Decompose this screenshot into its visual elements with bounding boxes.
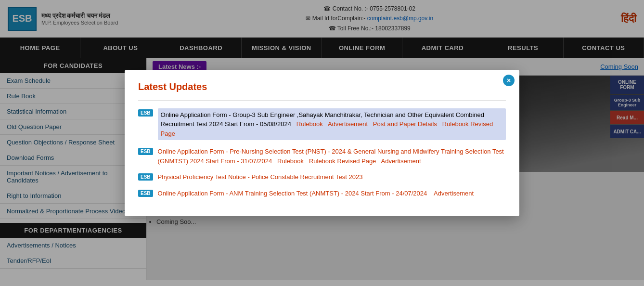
update-item-1: ESB Online Application Form - Group-3 Su… xyxy=(138,108,506,141)
esb-badge-4: ESB xyxy=(138,190,153,197)
esb-badge-3: ESB xyxy=(138,173,153,181)
advertisement-link-2[interactable]: Advertisement xyxy=(381,157,421,165)
latest-updates-modal: × Latest Updates ESB Online Application … xyxy=(125,70,519,217)
esb-badge-2: ESB xyxy=(138,148,153,155)
modal-title: Latest Updates xyxy=(138,81,506,92)
modal-close-button[interactable]: × xyxy=(503,75,515,86)
advertisement-link-4[interactable]: Advertisement xyxy=(434,190,474,197)
update-text-3: Physical Proficiency Test Notice - Polic… xyxy=(158,172,363,182)
update-text-2: Online Application Form - Pre-Nursing Se… xyxy=(158,147,506,166)
rulebook-link-1[interactable]: Rulebook xyxy=(296,120,323,128)
rulebook-revised-link-2[interactable]: Rulebook Revised Page xyxy=(309,157,376,165)
post-paper-link-1[interactable]: Post and Paper Details xyxy=(373,120,437,128)
update-item-4: ESB Online Application Form - ANM Traini… xyxy=(138,189,506,198)
update-item-3: ESB Physical Proficiency Test Notice - P… xyxy=(138,172,506,182)
rulebook-link-2[interactable]: Rulebook xyxy=(277,157,304,165)
advertisement-link-1[interactable]: Advertisement xyxy=(328,120,368,128)
esb-badge-1: ESB xyxy=(138,109,153,117)
modal-overlay[interactable]: × Latest Updates ESB Online Application … xyxy=(0,0,644,280)
update-text-1: Online Application Form - Group-3 Sub En… xyxy=(158,108,506,141)
update-item-2: ESB Online Application Form - Pre-Nursin… xyxy=(138,147,506,166)
rulebook-revised-link-1[interactable]: Rulebook Revised Page xyxy=(161,120,493,137)
update-text-4: Online Application Form - ANM Training S… xyxy=(158,189,474,198)
